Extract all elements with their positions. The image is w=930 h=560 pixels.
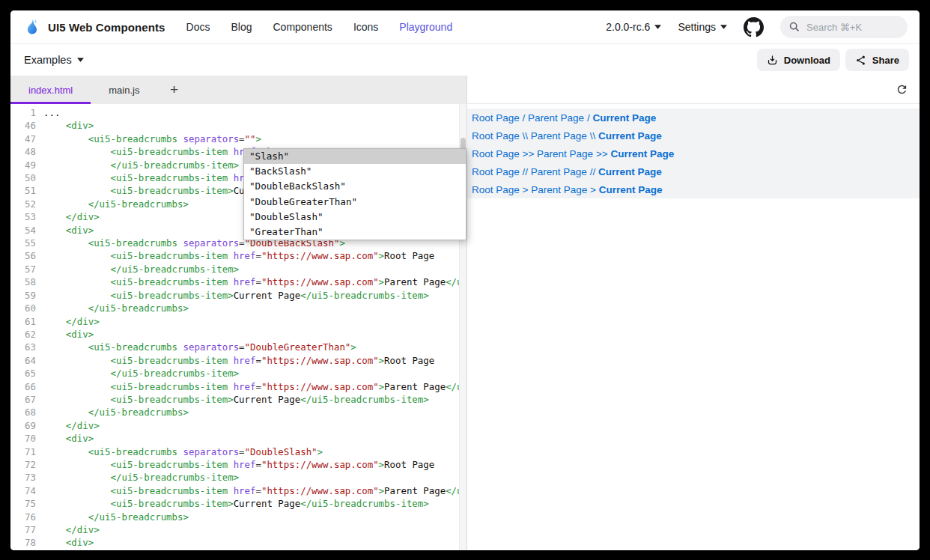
autocomplete-item[interactable]: "DoubleBackSlash": [244, 179, 466, 194]
breadcrumb-current: Current Page: [599, 184, 663, 195]
autocomplete-item[interactable]: "DoubleSlash": [244, 210, 466, 225]
autocomplete-item[interactable]: "DoubleGreaterThan": [244, 195, 466, 210]
code-line: 71 <ui5-breadcrumbs separators="DoubleSl…: [10, 445, 466, 458]
breadcrumb-link[interactable]: Root Page: [472, 112, 520, 124]
breadcrumb-current: Current Page: [598, 166, 662, 177]
code-line: 78 <div>: [10, 536, 466, 549]
autocomplete-item[interactable]: "GreaterThan": [244, 225, 466, 240]
breadcrumb-separator: //: [587, 166, 598, 177]
code-content: <div>: [43, 328, 94, 341]
breadcrumb-link[interactable]: Parent Page: [531, 166, 587, 177]
line-number: 48: [10, 145, 43, 158]
share-icon: [855, 55, 866, 66]
editor-tabs: index.htmlmain.js: [10, 76, 157, 104]
code-content: ...: [43, 106, 60, 119]
line-number: 52: [10, 198, 43, 210]
code-content: <ui5-breadcrumbs-item>Current Page</ui5-…: [43, 289, 429, 302]
code-line: 46 <div>: [10, 119, 466, 132]
search-icon: [789, 22, 800, 32]
autocomplete-item[interactable]: "Slash": [244, 149, 466, 164]
nav-link-docs[interactable]: Docs: [186, 21, 210, 33]
preview-body: Root Page / Parent Page / Current PageRo…: [467, 104, 920, 550]
search-input[interactable]: [805, 21, 899, 34]
code-content: <ui5-breadcrumbs-item href="https://www.…: [43, 380, 466, 393]
line-number: 69: [10, 419, 43, 432]
breadcrumb-link[interactable]: Parent Page: [531, 130, 587, 141]
tab-main-js[interactable]: main.js: [91, 76, 157, 104]
autocomplete-item[interactable]: "BackSlash": [244, 164, 466, 179]
download-button[interactable]: Download: [757, 49, 840, 71]
line-number: 1: [10, 106, 43, 119]
code-content: </ui5-breadcrumbs-item>: [43, 367, 239, 380]
breadcrumb-separator: /: [584, 112, 592, 124]
code-content: <ui5-breadcrumbs separators="">: [43, 133, 261, 145]
breadcrumb-link[interactable]: Root Page: [472, 166, 520, 177]
examples-dropdown[interactable]: Examples: [24, 54, 84, 66]
preview-panel: Root Page / Parent Page / Current PageRo…: [467, 76, 920, 550]
code-line: 59 <ui5-breadcrumbs-item>Current Page</u…: [10, 289, 466, 302]
code-content: </ui5-breadcrumbs-item>: [43, 159, 239, 171]
breadcrumb-current: Current Page: [610, 148, 674, 159]
breadcrumb-separator: >: [587, 184, 598, 195]
nav-link-icons[interactable]: Icons: [353, 21, 378, 33]
code-line: 60 </ui5-breadcrumbs>: [10, 302, 466, 314]
line-number: 58: [10, 276, 43, 288]
code-content: <div>: [43, 432, 94, 445]
line-number: 54: [10, 224, 43, 237]
nav-link-blog[interactable]: Blog: [231, 21, 252, 33]
brand[interactable]: UI5 Web Components: [22, 17, 165, 37]
breadcrumb-link[interactable]: Parent Page: [528, 112, 584, 124]
code-content: <ui5-breadcrumbs-item href="https://www.…: [43, 484, 466, 497]
code-line: 66 <ui5-breadcrumbs-item href="https://w…: [10, 380, 466, 393]
version-menu[interactable]: 2.0.0-rc.6: [606, 21, 661, 33]
code-content: </ui5-breadcrumbs>: [43, 406, 189, 419]
add-tab-button[interactable]: +: [157, 76, 190, 104]
line-number: 57: [10, 263, 43, 276]
line-number: 72: [10, 458, 43, 471]
breadcrumb-link[interactable]: Parent Page: [531, 184, 587, 195]
search-box[interactable]: [780, 16, 908, 38]
code-content: <ui5-breadcrumbs-item href="https://www.…: [43, 458, 434, 471]
code-line: 63 <ui5-breadcrumbs separators="DoubleGr…: [10, 341, 466, 353]
chevron-down-icon: [77, 58, 84, 62]
code-line: 64 <ui5-breadcrumbs-item href="https://w…: [10, 354, 466, 367]
code-content: </ui5-breadcrumbs>: [43, 302, 189, 314]
code-line: 47 <ui5-breadcrumbs separators="">: [10, 133, 466, 145]
code-line: 1...: [10, 106, 466, 119]
breadcrumb-link[interactable]: Root Page: [472, 130, 520, 141]
reload-icon[interactable]: [896, 83, 908, 96]
share-button[interactable]: Share: [845, 49, 909, 71]
code-line: 72 <ui5-breadcrumbs-item href="https://w…: [10, 458, 466, 471]
code-content: </div>: [43, 315, 100, 328]
code-line: 77 </div>: [10, 523, 466, 536]
nav-link-playground[interactable]: Playground: [399, 21, 452, 33]
preview-toolbar: [467, 76, 920, 104]
tab-index-html[interactable]: index.html: [10, 76, 91, 104]
breadcrumb-link[interactable]: Root Page: [472, 148, 520, 159]
line-number: 50: [10, 171, 43, 184]
line-number: 53: [10, 210, 43, 223]
code-line: 74 <ui5-breadcrumbs-item href="https://w…: [10, 484, 466, 497]
breadcrumb-separator: >>: [520, 148, 537, 159]
github-icon[interactable]: [744, 17, 764, 37]
editor-tabbar: index.htmlmain.js +: [10, 76, 466, 104]
ui5-logo-icon: [22, 17, 42, 37]
nav-link-components[interactable]: Components: [273, 21, 332, 33]
autocomplete-popup: "Slash""BackSlash""DoubleBackSlash""Doub…: [243, 148, 466, 240]
line-number: 64: [10, 354, 43, 367]
code-content: </div>: [43, 523, 100, 536]
line-number: 46: [10, 119, 43, 132]
breadcrumb-separator: \\: [520, 130, 531, 141]
line-number: 75: [10, 497, 43, 510]
settings-menu[interactable]: Settings: [678, 21, 727, 33]
breadcrumb-separator: \\: [587, 130, 598, 141]
breadcrumb-current: Current Page: [598, 130, 662, 141]
header-right: 2.0.0-rc.6 Settings: [606, 16, 908, 38]
code-editor: index.htmlmain.js + 1...46 <div>47 <ui5-…: [10, 76, 467, 550]
breadcrumb-link[interactable]: Parent Page: [537, 148, 593, 159]
line-number: 73: [10, 471, 43, 484]
code-content: <ui5-breadcrumbs-item href="https://www.…: [43, 276, 466, 288]
nav-links: DocsBlogComponentsIconsPlayground: [186, 21, 453, 33]
breadcrumb-link[interactable]: Root Page: [472, 184, 520, 195]
main-split: index.htmlmain.js + 1...46 <div>47 <ui5-…: [10, 76, 920, 550]
